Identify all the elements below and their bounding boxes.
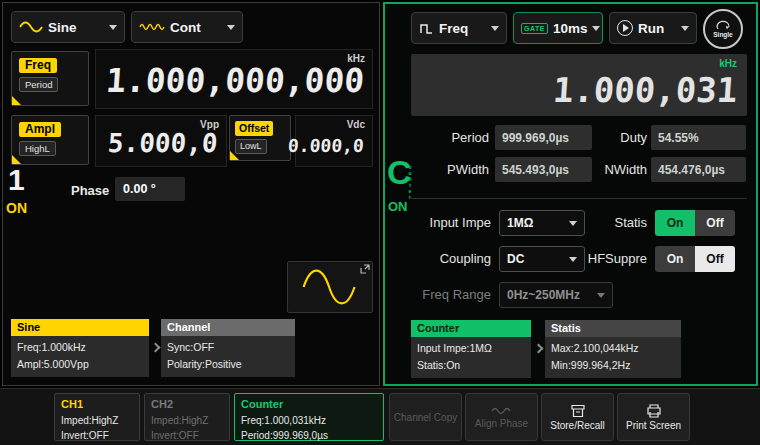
instrument-screen: { "colors": { "accent_yellow": "#ffd400"… xyxy=(0,0,760,445)
gate-time-value: 10ms xyxy=(553,21,588,36)
counter-function-select[interactable]: Freq xyxy=(411,12,507,44)
hfsuppre-off-button[interactable]: Off xyxy=(695,246,735,272)
offset-lowl-button[interactable]: Offset LowL xyxy=(229,115,291,161)
counter-main-display: kHz 1.000,031 xyxy=(411,54,747,116)
waveform-status-block[interactable]: Sine Freq:1.000kHz Ampl:5.000Vpp xyxy=(11,319,149,377)
gate-badge: GATE xyxy=(521,23,548,34)
counter-function-label: Freq xyxy=(439,21,468,36)
chevron-right-icon xyxy=(534,344,544,354)
statis-status-line1: Max:2.100,044kHz xyxy=(551,340,675,357)
align-phase-icon xyxy=(491,406,513,416)
freq-range-select[interactable]: 0Hz~250MHz xyxy=(499,282,613,308)
waveform-status-line1: Freq:1.000kHz xyxy=(17,339,143,356)
play-icon xyxy=(617,20,633,36)
channel1-panel: Sine Cont Freq Period kHz 1.000,000,000 … xyxy=(2,2,380,386)
channel-copy-button[interactable]: Channel Copy xyxy=(389,393,462,441)
coupling-select[interactable]: DC xyxy=(499,246,585,272)
freq-range-value: 0Hz~250MHz xyxy=(507,288,580,302)
chevron-down-icon xyxy=(491,26,499,31)
ch1-tab-name: CH1 xyxy=(61,396,133,413)
bottom-bar: ⚙ CH1 Imped:HighZ Invert:OFF CH2 Imped:H… xyxy=(0,388,760,445)
single-trigger-arrow-icon xyxy=(715,20,731,30)
hfsuppre-toggle: On Off xyxy=(655,246,735,272)
nwidth-value: 454.476,0µs xyxy=(651,157,746,182)
channel-status-line2: Polarity:Positive xyxy=(167,356,289,373)
waveform-select-label: Sine xyxy=(48,20,77,35)
phase-value[interactable]: 0.00 ° xyxy=(115,177,185,201)
counter-status-tab[interactable]: Counter Freq:1.000,031kHz Period:999.969… xyxy=(234,393,384,441)
chevron-down-icon xyxy=(109,25,117,30)
statis-on-button[interactable]: On xyxy=(655,210,695,236)
input-impedance-select[interactable]: 1MΩ xyxy=(499,210,585,236)
freq-period-button[interactable]: Freq Period xyxy=(11,51,89,106)
chevron-down-icon xyxy=(569,257,577,262)
offset-display[interactable]: Vdc 0.000,0 xyxy=(295,115,373,167)
pwidth-label: PWidth xyxy=(411,156,489,183)
waveform-select[interactable]: Sine xyxy=(11,11,125,43)
waveform-status-line2: Ampl:5.000Vpp xyxy=(17,356,143,373)
statis-status-block[interactable]: Statis Max:2.100,044kHz Min:999.964,2Hz xyxy=(545,320,681,378)
single-button-label: Single xyxy=(713,31,733,38)
statis-label: Statis xyxy=(591,210,647,236)
expand-icon[interactable] xyxy=(360,264,370,274)
counter-on-indicator: ON xyxy=(388,200,408,214)
corner-accent xyxy=(12,96,21,105)
phase-label: Phase xyxy=(71,183,109,198)
cont-wave-icon xyxy=(139,21,165,33)
ch2-tab-line1: Imped:HighZ xyxy=(151,413,223,428)
print-screen-label: Print Screen xyxy=(626,420,681,431)
ch1-status-tab[interactable]: CH1 Imped:HighZ Invert:OFF xyxy=(54,393,140,441)
chevron-down-icon xyxy=(592,26,600,31)
coupling-value: DC xyxy=(507,252,524,266)
counter-status-block[interactable]: Counter Input Impe:1MΩ Statis:On xyxy=(411,320,531,378)
frequency-display[interactable]: kHz 1.000,000,000 xyxy=(95,49,373,109)
store-recall-button[interactable]: Store/Recall xyxy=(541,393,614,441)
align-phase-button[interactable]: Align Phase xyxy=(465,393,538,441)
gate-time-select[interactable]: GATE 10ms xyxy=(513,12,603,44)
ch2-tab-name: CH2 xyxy=(151,396,223,413)
hfsuppre-on-button[interactable]: On xyxy=(655,246,695,272)
waveform-status-header: Sine xyxy=(11,319,149,336)
counter-status-header: Counter xyxy=(411,320,531,337)
mode-select[interactable]: Cont xyxy=(131,11,243,43)
channel-status-header: Channel xyxy=(161,319,295,336)
run-state-select[interactable]: Run xyxy=(609,12,697,44)
freq-chip: Freq xyxy=(19,58,57,73)
amplitude-value: 5.000,0 xyxy=(107,128,219,158)
offset-unit: Vdc xyxy=(347,119,365,130)
freq-func-icon xyxy=(419,22,434,35)
single-button[interactable]: Single xyxy=(703,9,743,49)
align-phase-label: Align Phase xyxy=(475,418,528,429)
nwidth-label: NWidth xyxy=(595,156,647,183)
chevron-down-icon xyxy=(569,221,577,226)
channel1-number: 1 xyxy=(8,163,25,196)
hfsuppre-label: HFSuppre xyxy=(585,246,647,272)
ch1-tab-line2: Invert:OFF xyxy=(61,428,133,443)
store-box-icon xyxy=(570,404,586,418)
input-impedance-value: 1MΩ xyxy=(507,216,533,230)
counter-display-value: 1.000,031 xyxy=(551,70,738,110)
duty-value: 54.55% xyxy=(651,125,746,150)
ch2-status-tab[interactable]: CH2 Imped:HighZ Invert:OFF xyxy=(144,393,230,441)
counter-small-label: ounter xyxy=(407,164,413,194)
input-impedance-label: Input Impe xyxy=(405,210,491,236)
waveform-preview[interactable] xyxy=(287,261,373,313)
channel-status-line1: Sync:OFF xyxy=(167,339,289,356)
statis-toggle: On Off xyxy=(655,210,735,236)
ch2-tab-line2: Invert:OFF xyxy=(151,428,223,443)
ampl-highl-button[interactable]: Ampl HighL xyxy=(11,115,89,165)
duty-label: Duty xyxy=(595,124,647,151)
mode-select-label: Cont xyxy=(170,20,201,35)
lowl-sub-label: LowL xyxy=(235,139,267,154)
amplitude-display[interactable]: Vpp 5.000,0 xyxy=(95,115,227,167)
print-screen-button[interactable]: Print Screen xyxy=(617,393,690,441)
highl-sub-label: HighL xyxy=(19,141,56,156)
chevron-down-icon xyxy=(227,25,235,30)
run-state-label: Run xyxy=(638,21,664,36)
period-sub-label: Period xyxy=(19,77,58,92)
store-recall-label: Store/Recall xyxy=(550,420,604,431)
channel-status-block[interactable]: Channel Sync:OFF Polarity:Positive xyxy=(161,319,295,377)
period-value: 999.969,0µs xyxy=(495,125,592,150)
statis-off-button[interactable]: Off xyxy=(695,210,735,236)
counter-tab-line1: Freq:1.000,031kHz xyxy=(241,413,377,428)
